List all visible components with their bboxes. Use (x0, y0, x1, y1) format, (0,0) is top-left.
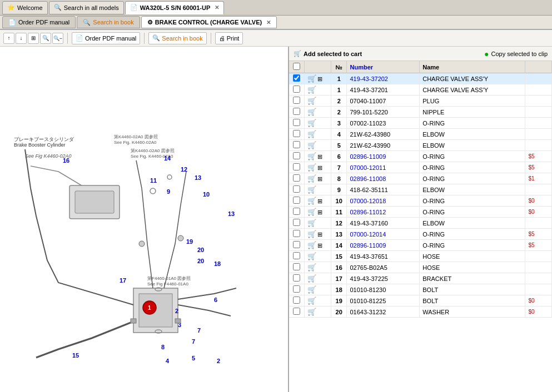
row-checkbox[interactable] (293, 308, 300, 315)
row-cart-icon[interactable]: 🛒 (307, 230, 316, 238)
row-tree-icon[interactable]: ⊞ (317, 175, 322, 182)
row-checkbox[interactable] (293, 252, 300, 259)
row-part-number: 418-62-35111 (347, 184, 420, 195)
row-cart-icon[interactable]: 🛒 (307, 152, 316, 160)
row-cart-icon[interactable]: 🛒 (307, 308, 316, 316)
row-part-number[interactable]: 419-43-37202 (347, 73, 420, 84)
sep3 (211, 33, 211, 44)
row-tree-icon[interactable]: ⊞ (317, 209, 322, 215)
row-tree-icon[interactable]: ⊞ (317, 153, 322, 160)
row-checkbox[interactable] (293, 274, 300, 282)
row-checkbox[interactable] (293, 130, 300, 137)
row-part-number[interactable]: 02896-11009 (347, 151, 420, 162)
row-checkbox[interactable] (293, 174, 300, 182)
row-cart-icon[interactable]: 🛒 (307, 263, 316, 272)
row-checkbox[interactable] (293, 285, 300, 293)
row-part-name: ELBOW (420, 184, 525, 195)
nav-down-btn[interactable]: ↓ (16, 33, 27, 44)
row-cart-icon[interactable]: 🛒 (307, 141, 316, 149)
svg-text:4: 4 (166, 358, 170, 364)
svg-text:11: 11 (150, 177, 157, 184)
tab-welcome[interactable]: ⭐ Welcome (2, 1, 48, 14)
tab2-search-book[interactable]: 🔍 Search in book (77, 16, 140, 28)
row-cart-icon[interactable]: 🛒 (307, 119, 316, 127)
row-checkbox[interactable] (293, 86, 300, 93)
row-tree-icon[interactable]: ⊞ (317, 164, 322, 171)
row-checkbox[interactable] (293, 163, 300, 170)
row-cart-icon[interactable]: 🛒 (307, 174, 316, 183)
search-book-btn[interactable]: 🔍 Search in book (148, 32, 206, 44)
row-action-icons: 🛒⊞ (305, 229, 331, 240)
row-action-icons: 🛒 (305, 107, 331, 118)
row-part-number: 21W-62-43990 (347, 140, 420, 151)
row-cart-icon[interactable]: 🛒 (307, 74, 316, 83)
parts-table[interactable]: № Number Name 🛒⊞1419-43-37202CHARGE VALV… (289, 61, 552, 392)
row-part-number: 01010-81225 (347, 295, 420, 306)
row-action-icons: 🛒⊞ (305, 173, 331, 184)
svg-text:See Fig K4460-02A0: See Fig K4460-02A0 (25, 153, 72, 159)
zoom-in-btn[interactable]: 🔍 (40, 33, 51, 44)
select-all-checkbox[interactable] (293, 63, 300, 70)
row-cart-icon[interactable]: 🛒 (307, 163, 316, 172)
row-cart-icon[interactable]: 🛒 (307, 252, 316, 260)
row-part-number[interactable]: 02896-11009 (347, 240, 420, 251)
row-cart-icon[interactable]: 🛒 (307, 208, 316, 216)
order-pdf-btn[interactable]: 📄 Order PDF manual (72, 32, 140, 44)
row-tree-icon[interactable]: ⊞ (317, 231, 322, 238)
tab2-order-pdf[interactable]: 📄 Order PDF manual (2, 16, 76, 28)
row-part-number[interactable]: 02896-11012 (347, 207, 420, 218)
row-tree-icon[interactable]: ⊞ (317, 76, 322, 82)
tab-wa320-close[interactable]: ✕ (215, 4, 219, 11)
nav-grid-btn[interactable]: ⊞ (28, 33, 39, 44)
row-part-number[interactable]: 02896-11008 (347, 173, 420, 184)
row-checkbox[interactable] (293, 263, 300, 270)
zoom-out-btn[interactable]: 🔍− (52, 33, 63, 44)
row-checkbox[interactable] (293, 119, 300, 126)
row-checkbox[interactable] (293, 197, 300, 204)
tab-search-all-models[interactable]: 🔍 Search in all models (49, 1, 124, 14)
row-cart-icon[interactable]: 🛒 (307, 97, 316, 105)
row-tree-icon[interactable]: ⊞ (317, 242, 322, 249)
row-checkbox[interactable] (293, 219, 300, 226)
tab2-brake-control[interactable]: ⚙ BRAKE CONTROL (CHARGE VALVE) ✕ (141, 16, 277, 28)
row-cart-icon[interactable]: 🛒 (307, 86, 316, 94)
row-cart-icon[interactable]: 🛒 (307, 296, 316, 305)
search-all-icon: 🔍 (54, 4, 62, 11)
svg-point-13 (150, 188, 156, 194)
row-cart-icon[interactable]: 🛒 (307, 130, 316, 138)
row-cart-icon[interactable]: 🛒 (307, 197, 316, 205)
row-cart-icon[interactable]: 🛒 (307, 274, 316, 283)
tab-wa320[interactable]: 📄 WA320L-5 S/N 60001-UP ✕ (125, 1, 225, 14)
row-cart-icon[interactable]: 🛒 (307, 108, 316, 116)
row-checkbox[interactable] (293, 74, 300, 82)
row-checkbox[interactable] (293, 296, 300, 304)
row-cart-icon[interactable]: 🛒 (307, 285, 316, 294)
row-part-number[interactable]: 07000-12011 (347, 162, 420, 173)
row-number: 1 (331, 73, 347, 84)
row-checkbox[interactable] (293, 185, 300, 193)
table-row: 🛒⊞1402896-11009O-RING$5 (289, 240, 552, 251)
row-checkbox[interactable] (293, 97, 300, 104)
nav-up-btn[interactable]: ↑ (3, 33, 14, 44)
row-cart-icon[interactable]: 🛒 (307, 185, 316, 194)
svg-text:20: 20 (197, 258, 204, 264)
svg-text:8: 8 (161, 344, 165, 350)
print-btn[interactable]: 🖨 Print (215, 32, 243, 44)
print-icon: 🖨 (219, 35, 225, 42)
tab2-brake-close[interactable]: ✕ (266, 19, 271, 26)
row-checkbox[interactable] (293, 230, 300, 237)
row-cart-icon[interactable]: 🛒 (307, 241, 316, 249)
row-checkbox[interactable] (293, 141, 300, 148)
row-action-icons: 🛒 (305, 262, 331, 273)
row-checkbox[interactable] (293, 108, 300, 115)
row-cart-icon[interactable]: 🛒 (307, 219, 316, 227)
row-part-number[interactable]: 07000-12014 (347, 229, 420, 240)
svg-text:12: 12 (181, 166, 187, 173)
row-checkbox[interactable] (293, 152, 300, 159)
diagram-inner[interactable]: ブレーキブースタシリンダ Brake Booster Cylinder 第K44… (0, 47, 288, 392)
row-part-number[interactable]: 07000-12018 (347, 195, 420, 207)
row-tree-icon[interactable]: ⊞ (317, 198, 322, 204)
table-row: 🛒12419-43-37160ELBOW (289, 218, 552, 229)
row-checkbox[interactable] (293, 241, 300, 248)
row-checkbox[interactable] (293, 208, 300, 215)
